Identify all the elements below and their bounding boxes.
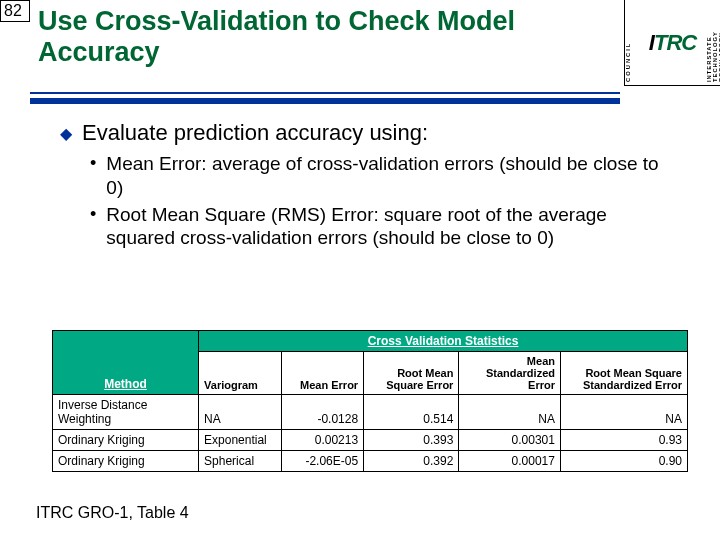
dot-bullet-icon: • xyxy=(90,154,96,172)
slide: 82 Use Cross-Validation to Check Model A… xyxy=(0,0,720,540)
table-row: Inverse Distance Weighting NA -0.0128 0.… xyxy=(53,395,688,430)
col-header-method: Method xyxy=(53,331,199,395)
cell-mean-error: -2.06E-05 xyxy=(281,451,364,472)
diamond-bullet-icon: ◆ xyxy=(60,124,72,143)
title-area: Use Cross-Validation to Check Model Accu… xyxy=(38,6,610,68)
content-body: ◆ Evaluate prediction accuracy using: • … xyxy=(60,120,680,253)
cell-variogram: Spherical xyxy=(199,451,282,472)
cell-rmse: 0.392 xyxy=(364,451,459,472)
cell-rmse: 0.393 xyxy=(364,430,459,451)
cell-mean-error: 0.00213 xyxy=(281,430,364,451)
cell-variogram: Exponential xyxy=(199,430,282,451)
cell-mean-error: -0.0128 xyxy=(281,395,364,430)
logo-core: ITRC xyxy=(639,0,706,85)
cell-mse: NA xyxy=(459,395,561,430)
bullet-level2: • Root Mean Square (RMS) Error: square r… xyxy=(90,203,680,249)
cv-table: Method Cross Validation Statistics Vario… xyxy=(52,330,688,472)
cell-rmsse: 0.90 xyxy=(560,451,687,472)
source-citation: ITRC GRO-1, Table 4 xyxy=(36,504,189,522)
col-header-span: Cross Validation Statistics xyxy=(199,331,688,352)
cell-method: Ordinary Kriging xyxy=(53,430,199,451)
bullet-level1: ◆ Evaluate prediction accuracy using: xyxy=(60,120,680,146)
title-rule-thick xyxy=(30,98,620,104)
table-row: Ordinary Kriging Spherical -2.06E-05 0.3… xyxy=(53,451,688,472)
col-header-rmse: Root Mean Square Error xyxy=(364,352,459,395)
cell-rmsse: 0.93 xyxy=(560,430,687,451)
cell-rmse: 0.514 xyxy=(364,395,459,430)
itrc-logo: COUNCIL ITRC INTERSTATE TECHNOLOGY REGUL… xyxy=(624,0,720,86)
cv-table-area: Method Cross Validation Statistics Vario… xyxy=(52,330,688,472)
col-header-mean-error: Mean Error xyxy=(281,352,364,395)
dot-bullet-icon: • xyxy=(90,205,96,223)
col-header-rmsse: Root Mean Square Standardized Error xyxy=(560,352,687,395)
logo-council-text: COUNCIL xyxy=(625,0,639,85)
cell-mse: 0.00301 xyxy=(459,430,561,451)
bullet-level2: • Mean Error: average of cross-validatio… xyxy=(90,152,680,198)
table-header-row: Method Cross Validation Statistics xyxy=(53,331,688,352)
cell-method: Ordinary Kriging xyxy=(53,451,199,472)
bullet-text: Evaluate prediction accuracy using: xyxy=(82,120,428,146)
bullet-text: Mean Error: average of cross-validation … xyxy=(106,152,680,198)
table-row: Ordinary Kriging Exponential 0.00213 0.3… xyxy=(53,430,688,451)
title-rule-thin xyxy=(30,92,620,94)
page-number: 82 xyxy=(0,0,30,22)
col-header-variogram: Variogram xyxy=(199,352,282,395)
col-header-mse: Mean Standardized Error xyxy=(459,352,561,395)
bullet-text: Root Mean Square (RMS) Error: square roo… xyxy=(106,203,680,249)
slide-title: Use Cross-Validation to Check Model Accu… xyxy=(38,6,610,68)
cell-variogram: NA xyxy=(199,395,282,430)
cell-mse: 0.00017 xyxy=(459,451,561,472)
logo-right-text: INTERSTATE TECHNOLOGY REGULATORY xyxy=(706,0,720,85)
cell-method: Inverse Distance Weighting xyxy=(53,395,199,430)
cell-rmsse: NA xyxy=(560,395,687,430)
